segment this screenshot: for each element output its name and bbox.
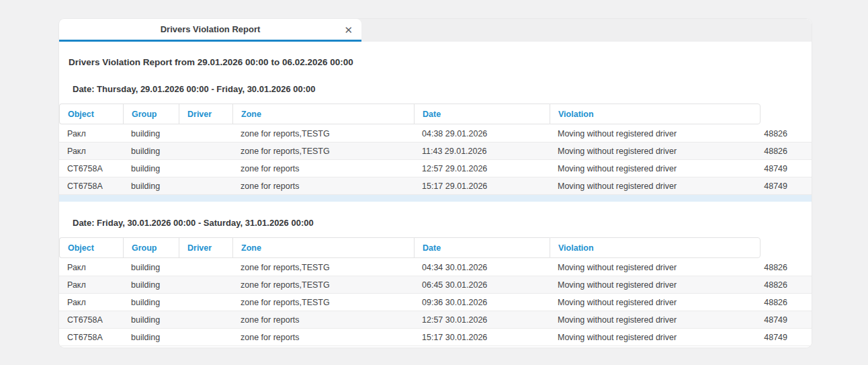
- cell-violation: Moving without registered driver: [550, 129, 761, 138]
- cell-violation-id: 48826: [761, 280, 812, 290]
- table-row[interactable]: Ракл building zone for reports,TESTG 09:…: [59, 294, 812, 311]
- table-row[interactable]: CT6758A building zone for reports 15:17 …: [59, 329, 812, 346]
- column-header-object[interactable]: Object: [59, 237, 123, 258]
- column-header-object[interactable]: Object: [59, 104, 123, 124]
- cell-violation: Moving without registered driver: [550, 280, 761, 290]
- cell-violation-id: 48826: [761, 147, 812, 156]
- tab-drivers-violation-report[interactable]: Drivers Violation Report ✕: [59, 19, 361, 42]
- cell-date: 15:17 29.01.2026: [414, 181, 550, 191]
- table-header-row: Object Group Driver Zone Date Violation: [59, 237, 812, 258]
- cell-violation-id: 48826: [761, 263, 812, 272]
- cell-violation-id: 48749: [761, 333, 812, 342]
- cell-date: 12:57 30.01.2026: [414, 315, 550, 325]
- cell-zone: zone for reports,TESTG: [232, 263, 414, 272]
- cell-violation-id: 48749: [761, 164, 812, 173]
- table-row[interactable]: Ракл building zone for reports,TESTG 11:…: [59, 143, 812, 160]
- cell-zone: zone for reports: [232, 315, 414, 325]
- report-title: Drivers Violation Report from 29.01.2026…: [69, 57, 812, 68]
- cell-zone: zone for reports: [232, 181, 414, 191]
- report-section: Date: Thursday, 29.01.2026 00:00 - Frida…: [59, 84, 812, 202]
- cell-violation: Moving without registered driver: [550, 147, 761, 156]
- column-header-date[interactable]: Date: [414, 237, 550, 258]
- table-row[interactable]: Ракл building zone for reports,TESTG 06:…: [59, 276, 812, 294]
- cell-date: 09:36 30.01.2026: [414, 298, 550, 307]
- tab-bar: Drivers Violation Report ✕: [59, 19, 812, 42]
- table-header-row: Object Group Driver Zone Date Violation: [59, 104, 812, 124]
- table-row[interactable]: CT6758A building zone for reports 15:17 …: [59, 177, 812, 195]
- cell-zone: zone for reports,TESTG: [232, 129, 414, 138]
- cell-group: building: [123, 147, 179, 156]
- cell-violation: Moving without registered driver: [550, 298, 761, 307]
- cell-object: Ракл: [59, 263, 123, 272]
- cell-violation: Moving without registered driver: [550, 181, 761, 191]
- column-header-violation[interactable]: Violation: [550, 237, 761, 258]
- cell-violation-id: 48826: [761, 298, 812, 307]
- cell-group: building: [123, 164, 179, 173]
- cell-group: building: [123, 263, 179, 272]
- column-header-violation[interactable]: Violation: [550, 104, 761, 124]
- column-header-zone[interactable]: Zone: [232, 237, 414, 258]
- cell-violation: Moving without registered driver: [550, 315, 761, 325]
- cell-zone: zone for reports: [232, 164, 414, 173]
- cell-group: building: [123, 298, 179, 307]
- cell-object: Ракл: [59, 147, 123, 156]
- cell-date: 06:45 30.01.2026: [414, 280, 550, 290]
- cell-group: building: [123, 129, 179, 138]
- cell-object: CT6758A: [59, 315, 123, 325]
- section-date-header: Date: Thursday, 29.01.2026 00:00 - Frida…: [73, 84, 812, 94]
- section-date-header: Date: Friday, 30.01.2026 00:00 - Saturda…: [73, 218, 812, 228]
- cell-date: 04:38 29.01.2026: [414, 129, 550, 138]
- cell-group: building: [123, 333, 179, 342]
- cell-object: CT6758A: [59, 164, 123, 173]
- table-row[interactable]: Ракл building zone for reports,TESTG 04:…: [59, 125, 812, 143]
- cell-date: 04:34 30.01.2026: [414, 263, 550, 272]
- cell-date: 15:17 30.01.2026: [414, 333, 550, 342]
- cell-violation: Moving without registered driver: [550, 333, 761, 342]
- cell-zone: zone for reports,TESTG: [232, 280, 414, 290]
- column-header-group[interactable]: Group: [123, 104, 179, 124]
- column-header-empty: [761, 104, 812, 124]
- table-body: Ракл building zone for reports,TESTG 04:…: [59, 125, 812, 195]
- cell-group: building: [123, 280, 179, 290]
- cell-violation-id: 48749: [761, 315, 812, 325]
- cell-group: building: [123, 315, 179, 325]
- report-sections: Date: Thursday, 29.01.2026 00:00 - Frida…: [59, 84, 812, 346]
- cell-zone: zone for reports: [232, 333, 414, 342]
- report-section: Date: Friday, 30.01.2026 00:00 - Saturda…: [59, 218, 812, 346]
- column-header-driver[interactable]: Driver: [179, 237, 232, 258]
- cell-violation-id: 48749: [761, 181, 812, 191]
- highlight-strip: [59, 195, 812, 202]
- table-row[interactable]: CT6758A building zone for reports 12:57 …: [59, 160, 812, 177]
- column-header-date[interactable]: Date: [414, 104, 550, 124]
- cell-object: CT6758A: [59, 181, 123, 191]
- cell-object: Ракл: [59, 280, 123, 290]
- cell-date: 11:43 29.01.2026: [414, 147, 550, 156]
- cell-zone: zone for reports,TESTG: [232, 298, 414, 307]
- cell-object: Ракл: [59, 129, 123, 138]
- cell-zone: zone for reports,TESTG: [232, 147, 414, 156]
- cell-object: CT6758A: [59, 333, 123, 342]
- cell-violation: Moving without registered driver: [550, 263, 761, 272]
- cell-object: Ракл: [59, 298, 123, 307]
- cell-violation: Moving without registered driver: [550, 164, 761, 173]
- column-header-driver[interactable]: Driver: [179, 104, 232, 124]
- tab-title: Drivers Violation Report: [161, 24, 261, 34]
- cell-date: 12:57 29.01.2026: [414, 164, 550, 173]
- table-row[interactable]: CT6758A building zone for reports 12:57 …: [59, 311, 812, 329]
- cell-violation-id: 48826: [761, 129, 812, 138]
- column-header-group[interactable]: Group: [123, 237, 179, 258]
- report-panel: Drivers Violation Report ✕ Drivers Viola…: [59, 19, 812, 348]
- cell-group: building: [123, 181, 179, 191]
- column-header-empty: [761, 237, 812, 258]
- table-row[interactable]: Ракл building zone for reports,TESTG 04:…: [59, 259, 812, 276]
- column-header-zone[interactable]: Zone: [232, 104, 414, 124]
- close-icon[interactable]: ✕: [344, 24, 353, 34]
- table-body: Ракл building zone for reports,TESTG 04:…: [59, 259, 812, 346]
